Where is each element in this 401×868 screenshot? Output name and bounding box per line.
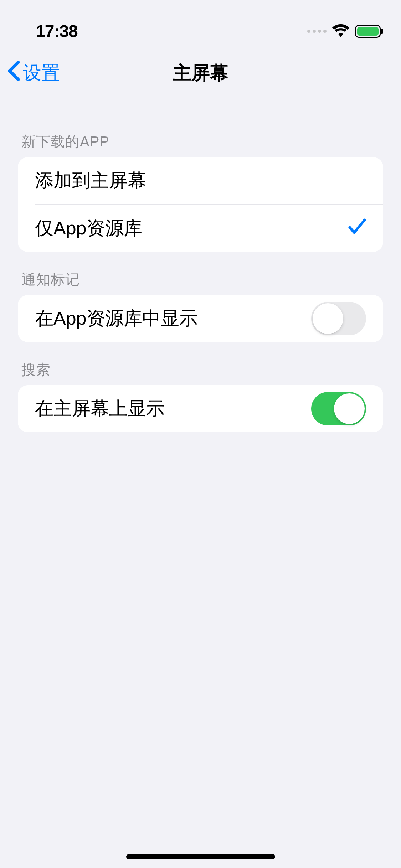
home-indicator[interactable] [126,854,275,859]
chevron-left-icon [7,60,21,86]
checkmark-icon [348,218,366,239]
option-label: 仅App资源库 [35,216,142,241]
battery-icon [355,25,383,38]
row-label: 在App资源库中显示 [35,306,198,331]
group-badges: 在App资源库中显示 [18,295,383,342]
option-add-to-home[interactable]: 添加到主屏幕 [18,157,383,204]
back-button[interactable]: 设置 [7,60,60,86]
toggle-show-in-app-library[interactable] [311,302,366,335]
option-app-library-only[interactable]: 仅App资源库 [18,205,383,252]
status-bar: 17:38 [0,0,401,50]
back-label: 设置 [23,61,60,86]
status-icons [307,24,383,38]
status-time: 17:38 [36,21,78,41]
option-label: 添加到主屏幕 [35,168,146,193]
wifi-icon [332,24,349,38]
toggle-show-on-home[interactable] [311,392,366,425]
row-label: 在主屏幕上显示 [35,396,165,421]
section-header-search: 搜索 [0,342,401,385]
section-header-new-apps: 新下载的APP [0,96,401,157]
page-title: 主屏幕 [173,61,228,86]
row-show-on-home: 在主屏幕上显示 [18,385,383,432]
group-new-apps: 添加到主屏幕 仅App资源库 [18,157,383,252]
section-header-badges: 通知标记 [0,252,401,295]
nav-bar: 设置 主屏幕 [0,50,401,96]
group-search: 在主屏幕上显示 [18,385,383,432]
row-show-in-app-library: 在App资源库中显示 [18,295,383,342]
signal-dots-icon [307,30,327,33]
